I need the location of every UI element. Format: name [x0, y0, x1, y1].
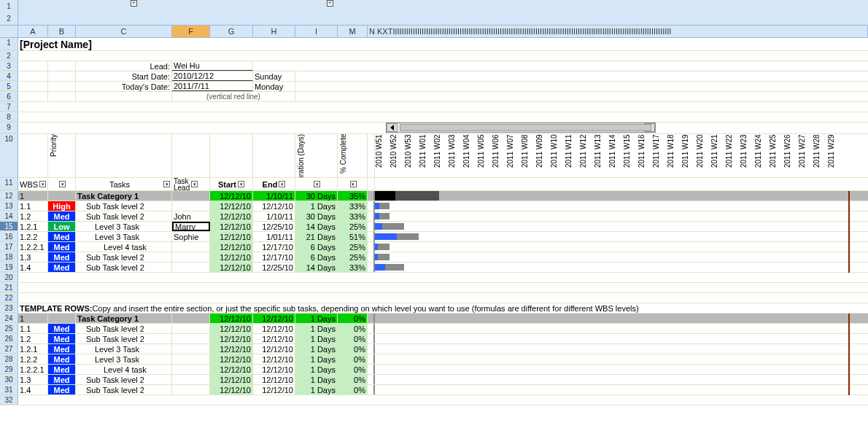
priority-cell[interactable]: Med: [48, 324, 76, 333]
row-header[interactable]: 32: [0, 395, 18, 405]
wbs-cell[interactable]: 1.3: [18, 375, 48, 384]
wbs-cell[interactable]: 1.3: [18, 252, 48, 262]
wbs-cell[interactable]: 1.2.1: [18, 222, 48, 231]
duration-cell[interactable]: 14 Days: [295, 222, 338, 231]
row-header[interactable]: 11: [0, 178, 18, 190]
row-header[interactable]: 2: [0, 51, 18, 61]
end-cell[interactable]: 12/12/10: [253, 324, 295, 333]
priority-cell[interactable]: Med: [48, 385, 76, 394]
duration-cell[interactable]: 1 Days: [295, 354, 338, 364]
end-header[interactable]: End: [253, 178, 295, 190]
col-header-M[interactable]: M: [338, 26, 368, 37]
col-header-C[interactable]: C: [76, 26, 172, 37]
lead-cell[interactable]: [172, 191, 210, 201]
start-cell[interactable]: 12/12/10: [210, 252, 253, 262]
pct-cell[interactable]: 33%: [338, 201, 368, 211]
end-cell[interactable]: 12/12/10: [253, 314, 295, 323]
select-all-cell[interactable]: [0, 26, 18, 37]
task-cell[interactable]: Task Category 1: [76, 191, 172, 201]
duration-cell[interactable]: 1 Days: [295, 334, 338, 343]
duration-cell[interactable]: 1 Days: [295, 385, 338, 394]
wbs-header[interactable]: WBS: [18, 178, 48, 190]
col-header-N-plus[interactable]: N KXTIIIIIIIIIIIIIIIIIIIIIIIIIIIIIIIIIII…: [368, 26, 868, 37]
outline-expand-icon[interactable]: +: [131, 0, 137, 7]
lead-header[interactable]: Task Lead: [172, 178, 210, 190]
pct-cell[interactable]: 0%: [338, 365, 368, 374]
task-cell[interactable]: Sub Task level 2: [76, 211, 172, 221]
end-cell[interactable]: 12/17/10: [253, 242, 295, 252]
start-cell[interactable]: 12/12/10: [210, 354, 253, 364]
wbs-cell[interactable]: 1.4: [18, 385, 48, 394]
row-header[interactable]: 27: [0, 344, 18, 354]
pct-cell[interactable]: 25%: [338, 252, 368, 262]
start-header[interactable]: Start: [210, 178, 253, 190]
lead-cell[interactable]: Sophie: [172, 232, 210, 241]
end-cell[interactable]: 12/25/10: [253, 222, 295, 231]
wbs-cell[interactable]: 1.2: [18, 211, 48, 221]
tasks-header[interactable]: Tasks: [76, 178, 172, 190]
gantt-hscroll[interactable]: [386, 123, 656, 133]
duration-cell[interactable]: 6 Days: [295, 252, 338, 262]
col-header-H[interactable]: H: [253, 26, 295, 37]
row-header[interactable]: 15: [0, 222, 18, 231]
start-cell[interactable]: 12/12/10: [210, 344, 253, 354]
priority-cell[interactable]: Med: [48, 375, 76, 384]
end-cell[interactable]: 12/17/10: [253, 252, 295, 262]
priority-cell[interactable]: Med: [48, 252, 76, 262]
row-header[interactable]: 5: [0, 82, 18, 91]
end-cell[interactable]: 1/10/11: [253, 191, 295, 201]
wbs-cell[interactable]: 1.1: [18, 324, 48, 333]
pct-cell[interactable]: 0%: [338, 324, 368, 333]
wbs-cell[interactable]: 1: [18, 191, 48, 201]
lead-cell[interactable]: Marry: [172, 222, 210, 231]
start-cell[interactable]: 12/12/10: [210, 191, 253, 201]
task-cell[interactable]: Sub Task level 2: [76, 263, 172, 272]
start-cell[interactable]: 12/12/10: [210, 334, 253, 343]
end-cell[interactable]: 12/12/10: [253, 201, 295, 211]
pct-cell[interactable]: 33%: [338, 263, 368, 272]
lead-cell[interactable]: [172, 344, 210, 354]
priority-filter[interactable]: [48, 178, 76, 190]
row-header[interactable]: 30: [0, 375, 18, 384]
end-cell[interactable]: 12/12/10: [253, 365, 295, 374]
start-cell[interactable]: 12/12/10: [210, 211, 253, 221]
filter-icon[interactable]: [279, 181, 285, 187]
duration-cell[interactable]: 21 Days: [295, 232, 338, 241]
pct-cell[interactable]: 25%: [338, 242, 368, 252]
lead-cell[interactable]: [172, 263, 210, 272]
filter-icon[interactable]: [238, 181, 244, 187]
row-header[interactable]: 9: [0, 123, 18, 133]
wbs-cell[interactable]: 1.2.2.1: [18, 242, 48, 252]
row-header[interactable]: 3: [0, 61, 18, 71]
filter-icon[interactable]: [59, 181, 66, 187]
duration-cell[interactable]: 30 Days: [295, 211, 338, 221]
wbs-cell[interactable]: 1.2.2: [18, 232, 48, 241]
end-cell[interactable]: 12/12/10: [253, 354, 295, 364]
task-cell[interactable]: Level 3 Task: [76, 344, 172, 354]
task-cell[interactable]: Sub Task level 2: [76, 334, 172, 343]
wbs-cell[interactable]: 1: [18, 314, 48, 323]
task-cell[interactable]: Level 4 task: [76, 242, 172, 252]
task-cell[interactable]: Sub Task level 2: [76, 201, 172, 211]
outline-expand-icon[interactable]: +: [327, 0, 333, 7]
start-cell[interactable]: 12/12/10: [210, 263, 253, 272]
pct-cell[interactable]: 33%: [338, 211, 368, 221]
start-cell[interactable]: 12/12/10: [210, 314, 253, 323]
col-header-G[interactable]: G: [210, 26, 253, 37]
duration-cell[interactable]: 1 Days: [295, 201, 338, 211]
duration-cell[interactable]: 1 Days: [295, 344, 338, 354]
task-cell[interactable]: Level 3 Task: [76, 354, 172, 364]
duration-cell[interactable]: 14 Days: [295, 263, 338, 272]
wbs-cell[interactable]: 1.2.2: [18, 354, 48, 364]
lead-cell[interactable]: [172, 252, 210, 262]
priority-cell[interactable]: Med: [48, 232, 76, 241]
priority-cell[interactable]: Med: [48, 242, 76, 252]
filter-icon[interactable]: [163, 181, 170, 187]
end-cell[interactable]: 12/12/10: [253, 375, 295, 384]
start-cell[interactable]: 12/12/10: [210, 232, 253, 241]
row-header[interactable]: 26: [0, 334, 18, 343]
priority-cell[interactable]: Med: [48, 344, 76, 354]
col-header-B[interactable]: B: [48, 26, 76, 37]
duration-cell[interactable]: 1 Days: [295, 324, 338, 333]
lead-cell[interactable]: [172, 334, 210, 343]
